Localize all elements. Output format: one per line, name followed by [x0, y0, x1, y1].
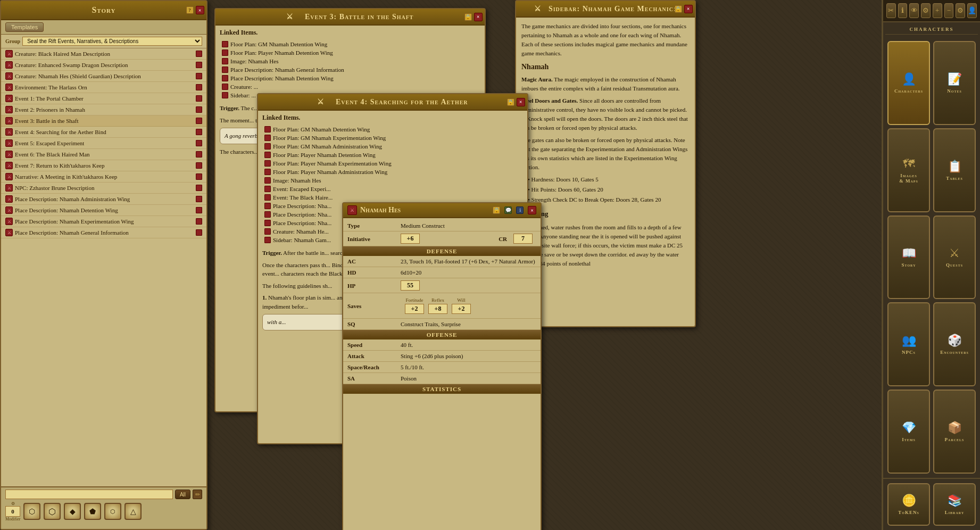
linked-item[interactable]: Place Description: Nhamah General Inform… — [220, 65, 480, 74]
list-item[interactable]: Place Description: Nhamah Experimentatio… — [1, 216, 206, 227]
list-item[interactable]: Place Description: Nhamah Administration… — [1, 194, 206, 205]
npcs-nav-icon: 👥 — [902, 334, 916, 347]
templates-button[interactable]: Templates — [5, 22, 44, 32]
linked-text: Sidebar: Nhamah Gam... — [273, 237, 331, 243]
nav-tables[interactable]: 📋 Tables — [933, 128, 976, 212]
group-select[interactable]: Seal the Rift Events, Narratives, & Desc… — [22, 37, 202, 46]
tokens-nav-label: ToKENs — [898, 510, 919, 515]
nav-images-maps[interactable]: 🗺 Images& Maps — [887, 128, 930, 212]
linked-icon — [264, 186, 271, 192]
list-item[interactable]: Place Description: Nhamah Detention Wing — [1, 205, 206, 216]
d10-button[interactable]: ⬟ — [84, 503, 101, 520]
linked-text: Event: Escaped Experi... — [273, 186, 330, 192]
linked-text: Image: Nhamah Hes — [230, 58, 278, 64]
nav-parcels[interactable]: 📦 Parcels — [933, 390, 976, 474]
linked-item[interactable]: Image: Nhamah Hes — [262, 176, 523, 185]
nav-npcs[interactable]: 👥 NPCs — [887, 302, 930, 386]
list-item[interactable]: Event 7: Return to Kith'takharos Keep — [1, 160, 206, 171]
fort-box[interactable]: +2 — [405, 304, 424, 314]
list-item[interactable]: Event 2: Prisoners in Nhamah — [1, 104, 206, 115]
eye-icon[interactable]: 👁 — [909, 3, 919, 18]
list-item[interactable]: Event 5: Escaped Experiment — [1, 138, 206, 149]
linked-item[interactable]: Event: The Black Haire... — [262, 193, 523, 202]
list-item[interactable]: Creature: Black Haired Man Description — [1, 48, 206, 60]
quests-nav-icon: ⚔ — [949, 246, 960, 260]
linked-item[interactable]: Floor Plan: GM Nhamah Detention Wing — [262, 125, 523, 134]
list-item[interactable]: Environment: The Harlass Orn — [1, 82, 206, 93]
linked-item[interactable]: Creature: ... — [220, 82, 480, 91]
list-item[interactable]: Event 3: Battle in the Shaft — [1, 115, 206, 127]
nhamah-lock-icon[interactable]: 🔒 — [493, 206, 500, 214]
event3-close-icon[interactable]: × — [474, 13, 483, 21]
nhamah-info-icon[interactable]: ℹ — [516, 206, 524, 214]
d8-button[interactable]: ◆ — [64, 503, 81, 520]
linked-item[interactable]: Floor Plan: Player Nhamah Detention Wing — [262, 151, 523, 159]
cr-value: 7 — [509, 231, 541, 246]
nav-items[interactable]: 💎 Items — [887, 390, 930, 474]
nhamah-close-icon[interactable]: × — [528, 206, 536, 214]
items-nav-icon: 💎 — [902, 421, 916, 435]
modifier-value: 0 — [5, 506, 20, 517]
event4-lock-icon[interactable]: 🔒 — [507, 98, 514, 106]
event4-close-icon[interactable]: × — [517, 98, 525, 106]
story-help-icon[interactable]: ? — [186, 6, 194, 14]
list-item[interactable]: Event 6: The Black Haired Man — [1, 149, 206, 160]
reflex-box[interactable]: +8 — [428, 304, 447, 314]
nav-encounters[interactable]: 🎲 Encounters — [933, 302, 976, 386]
list-item[interactable]: NPC: Zzhastor Brune Description — [1, 183, 206, 194]
linked-item[interactable]: Floor Plan: GM Nhamah Detention Wing — [220, 40, 480, 48]
nav-quests[interactable]: ⚔ Quests — [933, 216, 976, 300]
initiative-box[interactable]: +6 — [401, 234, 420, 244]
linked-item[interactable]: Floor Plan: GM Nhamah Experimentation Wi… — [262, 134, 523, 142]
search-input[interactable] — [5, 490, 173, 499]
item-icon — [5, 106, 13, 113]
linked-item[interactable]: Event: Escaped Experi... — [262, 185, 523, 193]
list-item[interactable]: Place Description: Nhamah General Inform… — [1, 227, 206, 238]
nav-notes[interactable]: 📝 Notes — [933, 41, 976, 125]
nav-story[interactable]: 📖 Story — [887, 216, 930, 300]
item-badge — [196, 95, 202, 102]
linked-item[interactable]: Floor Plan: Player Nhamah Experimentatio… — [262, 159, 523, 168]
item-icon — [5, 206, 13, 214]
minus-icon[interactable]: − — [944, 3, 954, 18]
nhamah-chat-icon[interactable]: 💬 — [504, 206, 512, 214]
linked-item[interactable]: Image: Nhamah Hes — [220, 57, 480, 65]
d6-button[interactable]: ⬡ — [44, 503, 61, 520]
d4-button[interactable]: ⬡ — [23, 503, 40, 520]
linked-text: Floor Plan: GM Nhamah Experimentation Wi… — [273, 135, 386, 141]
story-close-icon[interactable]: × — [196, 6, 204, 14]
linked-item[interactable]: Floor Plan: GM Nhamah Administration Win… — [262, 142, 523, 151]
d12-button[interactable]: ⬡ — [104, 503, 121, 520]
plus-icon[interactable]: + — [933, 3, 942, 18]
list-item[interactable]: Event 1: The Portal Chamber — [1, 93, 206, 104]
trigger-label: Trigger. — [220, 105, 239, 111]
settings-icon-2[interactable]: ⚙ — [956, 3, 965, 18]
info-icon[interactable]: ℹ — [898, 3, 908, 18]
linked-item[interactable]: Floor Plan: Player Nhamah Administration… — [262, 168, 523, 176]
linked-item[interactable]: Floor Plan: Player Nhamah Detention Wing — [220, 48, 480, 57]
sidebar-close-icon[interactable]: × — [684, 5, 693, 13]
fortitude-save: Fortitude +2 — [405, 297, 424, 314]
event3-icon: ⚔ — [286, 13, 294, 21]
linked-icon — [222, 58, 228, 64]
will-box[interactable]: +2 — [452, 304, 471, 314]
list-item[interactable]: Creature: Nhamah Hes (Shield Guardian) D… — [1, 71, 206, 82]
event3-lock-icon[interactable]: 🔒 — [464, 13, 472, 21]
user-icon[interactable]: 👤 — [967, 3, 977, 18]
list-item[interactable]: Narrative: A Meeting in Kith'takharos Ke… — [1, 171, 206, 183]
hp-box[interactable]: 55 — [401, 280, 420, 291]
all-button[interactable]: All — [175, 490, 190, 499]
sidebar-lock-icon[interactable]: 🔒 — [675, 5, 682, 13]
nav-characters[interactable]: 👤 Characters — [887, 41, 930, 125]
linked-item[interactable]: Place Description: Nhamah Detention Wing — [220, 74, 480, 82]
item-badge — [196, 84, 202, 90]
nav-library[interactable]: 📚 Library — [933, 483, 976, 526]
linked-text: Image: Nhamah Hes — [273, 177, 321, 184]
list-item[interactable]: Creature: Enhanced Swamp Dragon Descript… — [1, 60, 206, 71]
settings-icon-1[interactable]: ⚙ — [921, 3, 931, 18]
scissors-icon[interactable]: ✂ — [886, 3, 896, 18]
nav-tokens[interactable]: 🪙 ToKENs — [887, 483, 930, 526]
d20-button[interactable]: △ — [124, 503, 142, 520]
edit-icon[interactable]: ✏ — [193, 490, 202, 499]
list-item[interactable]: Event 4: Searching for the Aether Bind — [1, 127, 206, 138]
